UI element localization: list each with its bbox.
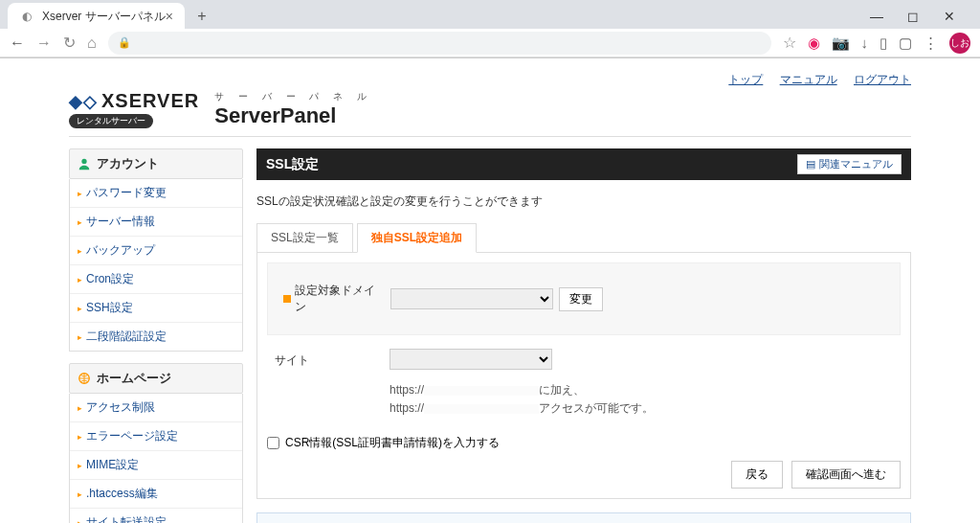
nav-back-icon[interactable]: ← [10,34,25,52]
sidebar-item-access-limit[interactable]: アクセス制限 [70,394,242,422]
globe-icon [78,372,91,385]
lock-icon: 🔒 [118,36,131,49]
tab-close-icon[interactable]: × [166,9,173,24]
csr-label: CSR情報(SSL証明書申請情報)を入力する [285,435,500,451]
sidebar-item-ssh[interactable]: SSH設定 [70,294,242,323]
tab-ssl-add[interactable]: 独自SSL設定追加 [357,223,477,253]
bookmark-icon[interactable]: ▯ [880,34,887,52]
change-button[interactable]: 変更 [559,287,603,311]
main-description: SSLの設定状況確認と設定の変更を行うことができます [256,193,911,210]
page-header: ◆◇ XSERVER レンタルサーバー サ ー バ ー パ ネ ル Server… [69,90,911,137]
domain-select[interactable] [390,288,553,309]
nav-reload-icon[interactable]: ↻ [63,34,76,52]
mail-icon[interactable]: ▢ [899,34,912,52]
logo-diamond-icon: ◆◇ [69,91,98,112]
url-mask [424,404,539,414]
related-manual-link[interactable]: ▤ 関連マニュアル [797,154,902,174]
site-select[interactable] [390,349,552,370]
sidebar-item-password[interactable]: パスワード変更 [70,179,242,208]
tab-title: Xserver サーバーパネル [42,9,166,25]
window-minimize-icon[interactable]: — [865,9,888,24]
url-mask [424,386,539,396]
window-close-icon[interactable]: ✕ [938,9,961,24]
user-avatar[interactable]: しお [949,33,970,54]
new-tab-button[interactable]: + [189,3,215,30]
domain-label: 設定対象ドメイン [295,283,383,315]
sidebar-item-site-redirect[interactable]: サイト転送設定 [70,509,242,523]
confirm-button[interactable]: 確認画面へ進む [791,461,901,489]
browser-tab[interactable]: ◐ Xserver サーバーパネル × [8,3,185,30]
sidebar-item-2fa[interactable]: 二段階認証設定 [70,323,242,351]
camera-icon[interactable]: 📷 [832,34,850,52]
tab-favicon: ◐ [19,9,34,24]
window-maximize-icon[interactable]: ◻ [902,9,924,24]
link-logout[interactable]: ログアウト [854,73,911,86]
nav-home-icon[interactable]: ⌂ [87,34,97,52]
book-icon: ▤ [806,158,815,171]
back-button[interactable]: 戻る [731,461,783,489]
sidebar-item-server-info[interactable]: サーバー情報 [70,208,242,237]
sidebar-section-homepage: ホームページ [69,363,243,394]
tab-ssl-list[interactable]: SSL設定一覧 [256,223,353,252]
csr-checkbox[interactable] [267,437,279,449]
logo-text: XSERVER [101,90,199,112]
person-icon [78,157,91,171]
sidebar-section-account: アカウント [69,148,243,179]
panel-subtitle: サ ー バ ー パ ネ ル [214,90,372,103]
ext-circle-icon[interactable]: ◉ [808,34,820,52]
logo-badge: レンタルサーバー [69,114,153,128]
sidebar-item-htaccess[interactable]: .htaccess編集 [70,480,242,509]
bullet-icon [283,295,291,303]
main-title: SSL設定 [266,156,319,173]
site-label: サイト [267,341,382,380]
sidebar-item-cron[interactable]: Cron設定 [70,265,242,294]
info-box: i 追加した無料独自SSLが利用可能になるまで、最大で1時間程度かかります 無料… [256,512,911,523]
link-manual[interactable]: マニュアル [780,73,837,86]
panel-title: ServerPanel [214,103,372,128]
svg-point-0 [81,159,86,164]
sidebar-item-error-page[interactable]: エラーページ設定 [70,422,242,451]
link-top[interactable]: トップ [728,73,763,86]
download-icon[interactable]: ↓ [861,34,869,51]
bookmark-star-icon[interactable]: ☆ [783,34,796,52]
address-bar[interactable]: 🔒 [108,32,771,55]
sidebar-item-mime[interactable]: MIME設定 [70,451,242,480]
sidebar-item-backup[interactable]: バックアップ [70,237,242,265]
nav-forward-icon[interactable]: → [36,34,52,52]
menu-icon[interactable]: ⋮ [924,34,938,52]
